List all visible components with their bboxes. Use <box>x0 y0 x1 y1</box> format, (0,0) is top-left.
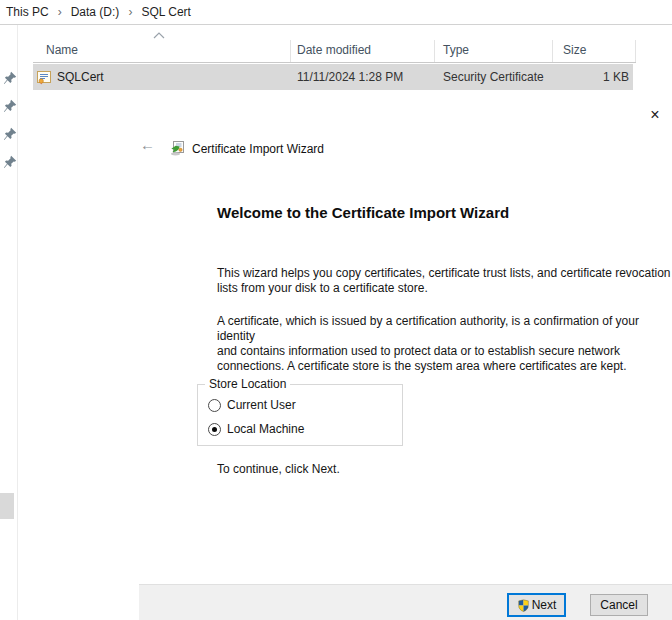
radio-local-machine[interactable]: Local Machine <box>208 422 304 436</box>
certificate-file-icon <box>36 69 52 85</box>
breadcrumb-this-pc[interactable]: This PC <box>4 5 51 19</box>
nav-pane-divider <box>17 25 18 620</box>
certificate-import-wizard-dialog: × ← Certificate Import Wizard Welcome to… <box>139 100 672 620</box>
next-button[interactable]: Next <box>507 593 566 617</box>
description-paragraph: A certificate, which is issued by a cert… <box>217 314 671 374</box>
file-name: SQLCert <box>57 64 104 90</box>
pushpin-icon[interactable] <box>3 155 17 169</box>
store-location-group: Store Location Current User Local Machin… <box>197 384 403 446</box>
sort-ascending-icon <box>153 32 165 39</box>
continue-hint: To continue, click Next. <box>217 462 340 476</box>
radio-button-icon[interactable] <box>208 399 221 412</box>
radio-label: Local Machine <box>227 422 304 436</box>
column-divider[interactable] <box>434 40 435 62</box>
column-headers: Name Date modified Type Size <box>33 40 636 62</box>
pushpin-icon[interactable] <box>3 99 17 113</box>
breadcrumb: This PC › Data (D:) › SQL Cert <box>0 0 672 25</box>
pushpin-icon[interactable] <box>3 127 17 141</box>
nav-scrollbar-thumb[interactable] <box>0 493 14 519</box>
column-divider[interactable] <box>290 40 291 62</box>
cancel-button[interactable]: Cancel <box>590 594 648 616</box>
column-divider[interactable] <box>552 40 553 62</box>
breadcrumb-chevron-icon: › <box>51 5 69 19</box>
file-size: 1 KB <box>603 64 629 90</box>
uac-shield-icon <box>517 599 530 612</box>
column-header-size[interactable]: Size <box>563 43 586 57</box>
welcome-heading: Welcome to the Certificate Import Wizard <box>217 204 509 221</box>
back-arrow-icon[interactable]: ← <box>140 136 155 153</box>
radio-label: Current User <box>227 398 296 412</box>
intro-paragraph: This wizard helps you copy certificates,… <box>217 266 671 296</box>
cancel-button-label: Cancel <box>600 598 637 612</box>
breadcrumb-data-d[interactable]: Data (D:) <box>69 5 122 19</box>
next-button-label: Next <box>532 598 557 612</box>
dialog-title: Certificate Import Wizard <box>192 142 324 156</box>
breadcrumb-chevron-icon: › <box>121 5 139 19</box>
radio-button-icon[interactable] <box>208 423 221 436</box>
breadcrumb-sql-cert[interactable]: SQL Cert <box>139 5 193 19</box>
pushpin-icon[interactable] <box>3 71 17 85</box>
file-date-modified: 11/11/2024 1:28 PM <box>297 64 403 90</box>
column-header-date-modified[interactable]: Date modified <box>297 43 371 57</box>
dialog-footer: Next Cancel <box>139 584 672 620</box>
store-location-legend: Store Location <box>205 377 290 391</box>
certificate-import-icon <box>169 140 185 156</box>
file-type: Security Certificate <box>443 64 544 90</box>
header-divider <box>33 62 636 63</box>
file-row-sqlcert[interactable]: SQLCert 11/11/2024 1:28 PM Security Cert… <box>33 64 633 90</box>
column-header-name[interactable]: Name <box>46 43 78 57</box>
column-divider[interactable] <box>635 40 636 62</box>
close-icon[interactable]: × <box>645 106 665 126</box>
radio-current-user[interactable]: Current User <box>208 398 296 412</box>
column-header-type[interactable]: Type <box>443 43 469 57</box>
